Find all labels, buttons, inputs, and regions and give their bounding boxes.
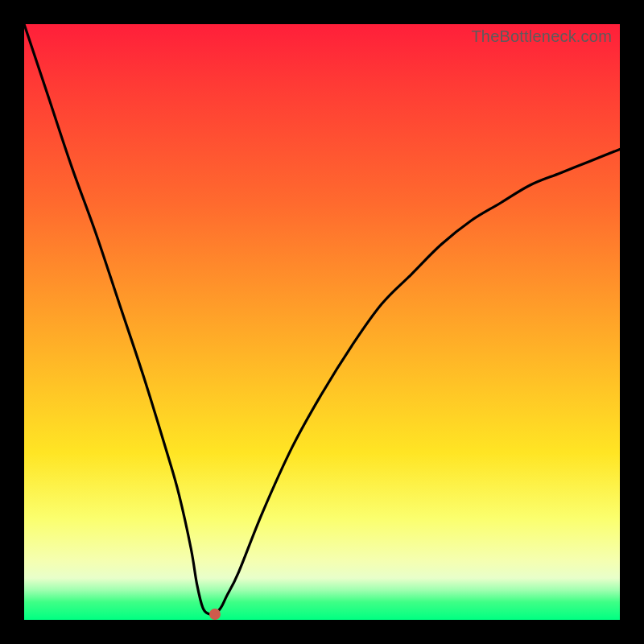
optimal-point-marker (209, 609, 221, 620)
chart-frame: TheBottleneck.com (0, 0, 644, 644)
plot-area: TheBottleneck.com (24, 24, 620, 620)
bottleneck-curve (24, 24, 620, 620)
